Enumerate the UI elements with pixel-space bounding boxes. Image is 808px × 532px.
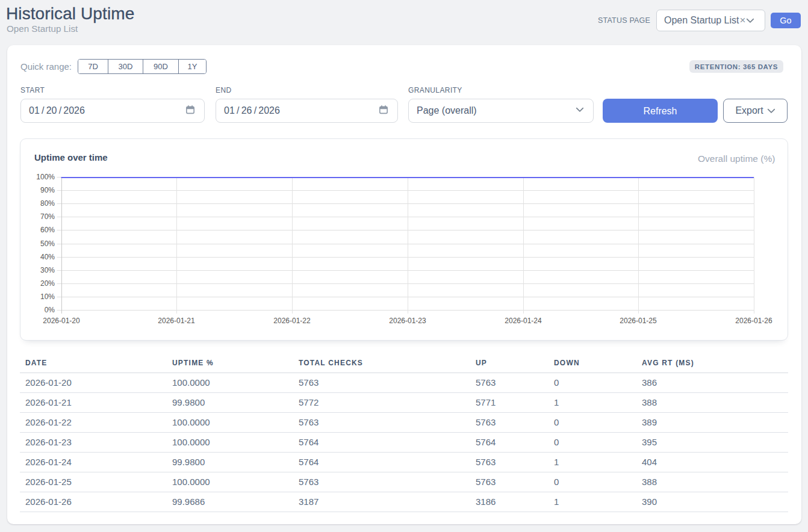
svg-text:30%: 30%: [40, 266, 55, 274]
svg-text:50%: 50%: [40, 240, 55, 248]
svg-text:0%: 0%: [45, 306, 55, 314]
svg-text:60%: 60%: [40, 226, 55, 234]
svg-text:2026-01-21: 2026-01-21: [158, 317, 195, 325]
svg-text:20%: 20%: [40, 279, 55, 288]
svg-text:80%: 80%: [40, 199, 55, 208]
svg-text:100%: 100%: [36, 173, 55, 181]
svg-text:2026-01-22: 2026-01-22: [273, 317, 311, 325]
svg-text:70%: 70%: [40, 212, 55, 221]
svg-text:2026-01-25: 2026-01-25: [620, 317, 657, 325]
svg-text:2026-01-23: 2026-01-23: [389, 317, 426, 325]
svg-text:90%: 90%: [40, 186, 55, 194]
svg-text:10%: 10%: [40, 292, 55, 301]
svg-text:2026-01-24: 2026-01-24: [505, 317, 542, 325]
svg-text:2026-01-20: 2026-01-20: [43, 317, 80, 325]
svg-text:2026-01-26: 2026-01-26: [735, 317, 772, 325]
svg-text:40%: 40%: [40, 253, 55, 261]
